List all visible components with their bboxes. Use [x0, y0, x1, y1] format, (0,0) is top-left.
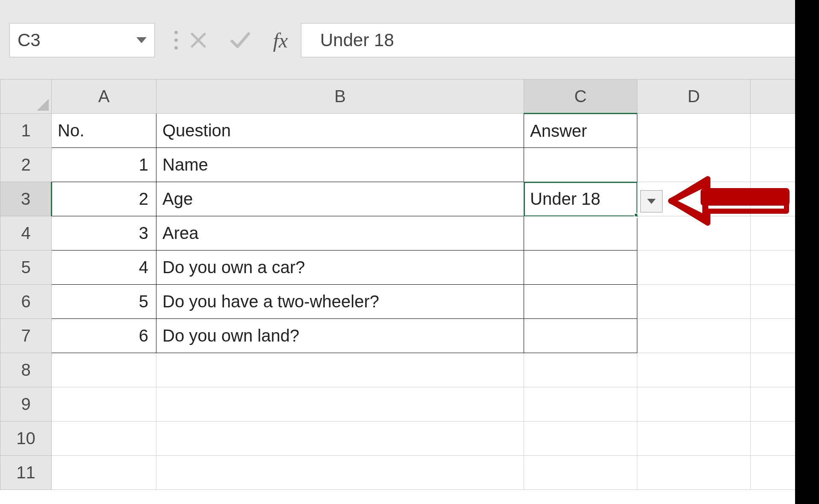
cell-e11[interactable] — [751, 456, 798, 490]
cell-e5[interactable] — [751, 251, 798, 285]
cell-a3[interactable]: 2 — [52, 182, 156, 216]
row-header-4[interactable]: 4 — [0, 216, 52, 251]
cell-b7[interactable]: Do you own land? — [156, 319, 524, 353]
column-header-a[interactable]: A — [52, 80, 156, 114]
cell-d1[interactable] — [637, 114, 751, 148]
cell-d6[interactable] — [637, 285, 751, 319]
cell-b9[interactable] — [156, 387, 524, 421]
cell-e9[interactable] — [751, 387, 798, 421]
table-row: 3 2 Age Under 18 — [0, 182, 798, 216]
cell-a8[interactable] — [52, 353, 156, 387]
cell-d4[interactable] — [637, 216, 751, 251]
name-box[interactable]: C3 — [9, 23, 155, 57]
row-header-7[interactable]: 7 — [0, 319, 52, 353]
cell-c6[interactable] — [524, 285, 637, 319]
cell-b2[interactable]: Name — [156, 148, 524, 182]
cell-b1[interactable]: Question — [156, 114, 524, 148]
cell-b8[interactable] — [156, 353, 524, 387]
cell-a5[interactable]: 4 — [52, 251, 156, 285]
formula-input[interactable] — [319, 29, 814, 51]
cell-a9[interactable] — [52, 387, 156, 421]
cell-a4[interactable]: 3 — [52, 216, 156, 251]
table-row: 1 No. Question Answer — [0, 114, 798, 148]
cell-d5[interactable] — [637, 251, 751, 285]
table-row: 10 — [0, 421, 798, 456]
cell-c8[interactable] — [524, 353, 637, 387]
cell-a10[interactable] — [52, 421, 156, 456]
cell-b10[interactable] — [156, 421, 524, 456]
cell-c7[interactable] — [524, 319, 637, 353]
column-header-edge[interactable] — [751, 80, 798, 114]
cell-e3[interactable] — [751, 182, 798, 216]
cell-a6[interactable]: 5 — [52, 285, 156, 319]
column-header-b[interactable]: B — [156, 80, 524, 114]
row-header-10[interactable]: 10 — [0, 421, 52, 456]
chevron-down-icon — [647, 199, 656, 204]
cell-c10[interactable] — [524, 421, 637, 456]
cell-a7[interactable]: 6 — [52, 319, 156, 353]
insert-function-button[interactable]: fx — [260, 23, 301, 57]
row-header-9[interactable]: 9 — [0, 387, 52, 421]
data-validation-dropdown-button[interactable] — [640, 190, 663, 212]
table-row: 4 3 Area — [0, 216, 798, 251]
cell-e6[interactable] — [751, 285, 798, 319]
crop-mask — [795, 0, 819, 504]
cell-a11[interactable] — [52, 456, 156, 490]
table-row: 11 — [0, 456, 798, 490]
cell-e8[interactable] — [751, 353, 798, 387]
cell-d10[interactable] — [637, 421, 751, 456]
formula-input-wrap — [301, 23, 814, 57]
column-header-row: A B C D — [0, 80, 798, 114]
cancel-button[interactable] — [178, 23, 219, 57]
cell-e1[interactable] — [751, 114, 798, 148]
excel-window: C3 fx A — [0, 0, 819, 504]
row-header-6[interactable]: 6 — [0, 285, 52, 319]
formula-bar: C3 fx — [0, 0, 795, 80]
cell-c9[interactable] — [524, 387, 637, 421]
cell-b4[interactable]: Area — [156, 216, 524, 251]
cell-c1[interactable]: Answer — [524, 114, 637, 148]
table-row: 2 1 Name — [0, 148, 798, 182]
row-header-8[interactable]: 8 — [0, 353, 52, 387]
cell-d8[interactable] — [637, 353, 751, 387]
row-header-11[interactable]: 11 — [0, 456, 52, 490]
resize-handle-icon[interactable] — [174, 31, 178, 50]
row-header-1[interactable]: 1 — [0, 114, 52, 148]
table-row: 9 — [0, 387, 798, 421]
cell-c4[interactable] — [524, 216, 637, 251]
chevron-down-icon[interactable] — [136, 37, 147, 43]
cell-c2[interactable] — [524, 148, 637, 182]
cell-e4[interactable] — [751, 216, 798, 251]
cell-d2[interactable] — [637, 148, 751, 182]
sheet-grid[interactable]: A B C D 1 No. Question Answer 2 1 Name — [0, 79, 795, 504]
cell-c5[interactable] — [524, 251, 637, 285]
cell-e2[interactable] — [751, 148, 798, 182]
cell-a2[interactable]: 1 — [52, 148, 156, 182]
cell-b5[interactable]: Do you own a car? — [156, 251, 524, 285]
table-row: 7 6 Do you own land? — [0, 319, 798, 353]
name-box-value: C3 — [18, 30, 41, 50]
cell-d7[interactable] — [637, 319, 751, 353]
cell-e10[interactable] — [751, 421, 798, 456]
cell-e7[interactable] — [751, 319, 798, 353]
select-all-button[interactable] — [0, 80, 52, 114]
row-header-3[interactable]: 3 — [0, 182, 52, 216]
cell-c11[interactable] — [524, 456, 637, 490]
cell-b3[interactable]: Age — [156, 182, 524, 216]
cell-b6[interactable]: Do you have a two-wheeler? — [156, 285, 524, 319]
column-header-d[interactable]: D — [637, 80, 751, 114]
cell-b11[interactable] — [156, 456, 524, 490]
enter-button[interactable] — [219, 23, 260, 57]
cell-d9[interactable] — [637, 387, 751, 421]
check-icon — [228, 29, 250, 51]
close-icon — [189, 31, 208, 50]
fx-icon: fx — [273, 29, 288, 52]
cell-c3[interactable]: Under 18 — [524, 182, 637, 216]
row-header-5[interactable]: 5 — [0, 251, 52, 285]
row-header-2[interactable]: 2 — [0, 148, 52, 182]
cell-d11[interactable] — [637, 456, 751, 490]
column-header-c[interactable]: C — [524, 80, 637, 114]
table-row: 5 4 Do you own a car? — [0, 251, 798, 285]
cell-a1[interactable]: No. — [52, 114, 156, 148]
table-row: 6 5 Do you have a two-wheeler? — [0, 285, 798, 319]
